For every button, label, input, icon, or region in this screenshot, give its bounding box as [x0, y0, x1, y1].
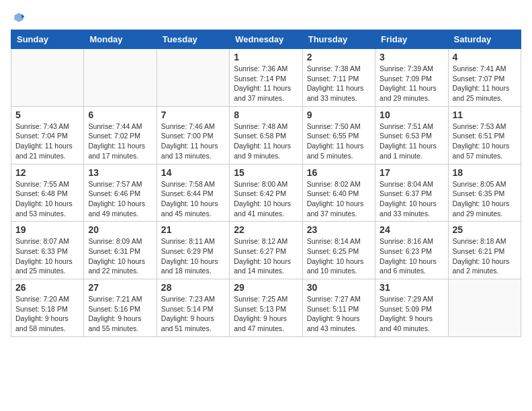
day-info: Sunrise: 7:39 AM Sunset: 7:09 PM Dayligh… — [380, 64, 443, 103]
day-number: 2 — [307, 52, 371, 62]
calendar-cell: 15Sunrise: 8:00 AM Sunset: 6:42 PM Dayli… — [230, 164, 302, 222]
day-number: 15 — [234, 167, 298, 178]
day-number: 1 — [234, 52, 298, 62]
calendar-header-monday: Monday — [84, 30, 157, 49]
calendar-cell: 3Sunrise: 7:39 AM Sunset: 7:09 PM Daylig… — [375, 49, 448, 107]
day-info: Sunrise: 7:23 AM Sunset: 5:14 PM Dayligh… — [161, 294, 225, 334]
day-number: 22 — [234, 224, 298, 235]
day-info: Sunrise: 7:43 AM Sunset: 7:04 PM Dayligh… — [15, 122, 79, 161]
day-info: Sunrise: 7:48 AM Sunset: 6:58 PM Dayligh… — [234, 122, 298, 161]
calendar-cell: 7Sunrise: 7:46 AM Sunset: 7:00 PM Daylig… — [157, 106, 229, 164]
day-info: Sunrise: 7:25 AM Sunset: 5:13 PM Dayligh… — [234, 294, 298, 334]
calendar-header-tuesday: Tuesday — [157, 30, 229, 49]
day-info: Sunrise: 7:38 AM Sunset: 7:11 PM Dayligh… — [307, 64, 371, 103]
calendar-cell: 27Sunrise: 7:21 AM Sunset: 5:16 PM Dayli… — [84, 279, 157, 337]
day-number: 13 — [88, 167, 152, 178]
calendar-cell: 17Sunrise: 8:04 AM Sunset: 6:37 PM Dayli… — [375, 164, 448, 222]
day-info: Sunrise: 8:18 AM Sunset: 6:21 PM Dayligh… — [453, 236, 517, 276]
day-number: 10 — [380, 109, 443, 120]
day-info: Sunrise: 7:44 AM Sunset: 7:02 PM Dayligh… — [88, 122, 152, 161]
day-info: Sunrise: 7:58 AM Sunset: 6:44 PM Dayligh… — [161, 179, 225, 219]
page-header — [11, 11, 521, 24]
calendar-cell: 5Sunrise: 7:43 AM Sunset: 7:04 PM Daylig… — [11, 106, 84, 164]
day-info: Sunrise: 7:29 AM Sunset: 5:09 PM Dayligh… — [380, 294, 443, 334]
calendar-cell: 14Sunrise: 7:58 AM Sunset: 6:44 PM Dayli… — [157, 164, 229, 222]
calendar-header-saturday: Saturday — [448, 30, 521, 49]
day-number: 9 — [307, 109, 371, 120]
calendar-week-row: 1Sunrise: 7:36 AM Sunset: 7:14 PM Daylig… — [11, 49, 521, 107]
day-info: Sunrise: 8:09 AM Sunset: 6:31 PM Dayligh… — [88, 236, 152, 276]
calendar-cell — [448, 279, 521, 337]
calendar-cell: 11Sunrise: 7:53 AM Sunset: 6:51 PM Dayli… — [448, 106, 521, 164]
calendar-cell: 12Sunrise: 7:55 AM Sunset: 6:48 PM Dayli… — [11, 164, 84, 222]
day-number: 31 — [380, 282, 443, 293]
calendar-header-friday: Friday — [375, 30, 448, 49]
calendar-cell: 19Sunrise: 8:07 AM Sunset: 6:33 PM Dayli… — [11, 222, 84, 279]
day-info: Sunrise: 7:50 AM Sunset: 6:55 PM Dayligh… — [307, 122, 371, 161]
day-info: Sunrise: 8:14 AM Sunset: 6:25 PM Dayligh… — [307, 236, 371, 276]
calendar-week-row: 26Sunrise: 7:20 AM Sunset: 5:18 PM Dayli… — [11, 279, 521, 337]
calendar-cell: 8Sunrise: 7:48 AM Sunset: 6:58 PM Daylig… — [230, 106, 302, 164]
day-info: Sunrise: 8:12 AM Sunset: 6:27 PM Dayligh… — [234, 236, 298, 276]
day-number: 6 — [88, 109, 152, 120]
calendar-cell: 21Sunrise: 8:11 AM Sunset: 6:29 PM Dayli… — [157, 222, 229, 279]
day-info: Sunrise: 7:27 AM Sunset: 5:11 PM Dayligh… — [307, 294, 371, 334]
calendar-cell: 9Sunrise: 7:50 AM Sunset: 6:55 PM Daylig… — [302, 106, 375, 164]
day-info: Sunrise: 8:05 AM Sunset: 6:35 PM Dayligh… — [453, 179, 517, 219]
calendar-header-row: SundayMondayTuesdayWednesdayThursdayFrid… — [11, 30, 521, 49]
calendar-cell: 30Sunrise: 7:27 AM Sunset: 5:11 PM Dayli… — [302, 279, 375, 337]
calendar-cell: 20Sunrise: 8:09 AM Sunset: 6:31 PM Dayli… — [84, 222, 157, 279]
day-number: 23 — [307, 224, 371, 235]
day-info: Sunrise: 7:21 AM Sunset: 5:16 PM Dayligh… — [88, 294, 152, 334]
calendar-cell: 26Sunrise: 7:20 AM Sunset: 5:18 PM Dayli… — [11, 279, 84, 337]
calendar-cell: 6Sunrise: 7:44 AM Sunset: 7:02 PM Daylig… — [84, 106, 157, 164]
day-number: 26 — [15, 282, 79, 293]
day-number: 8 — [234, 109, 298, 120]
calendar-cell: 13Sunrise: 7:57 AM Sunset: 6:46 PM Dayli… — [84, 164, 157, 222]
day-number: 29 — [234, 282, 298, 293]
day-number: 27 — [88, 282, 152, 293]
calendar-cell: 29Sunrise: 7:25 AM Sunset: 5:13 PM Dayli… — [230, 279, 302, 337]
day-number: 18 — [453, 167, 517, 178]
calendar-week-row: 12Sunrise: 7:55 AM Sunset: 6:48 PM Dayli… — [11, 164, 521, 222]
calendar-cell: 16Sunrise: 8:02 AM Sunset: 6:40 PM Dayli… — [302, 164, 375, 222]
logo — [11, 11, 26, 24]
day-number: 24 — [380, 224, 443, 235]
calendar-week-row: 19Sunrise: 8:07 AM Sunset: 6:33 PM Dayli… — [11, 222, 521, 279]
calendar-cell: 10Sunrise: 7:51 AM Sunset: 6:53 PM Dayli… — [375, 106, 448, 164]
calendar-cell — [11, 49, 84, 107]
logo-icon — [12, 11, 26, 24]
day-number: 14 — [161, 167, 225, 178]
day-info: Sunrise: 7:46 AM Sunset: 7:00 PM Dayligh… — [161, 122, 225, 161]
calendar-week-row: 5Sunrise: 7:43 AM Sunset: 7:04 PM Daylig… — [11, 106, 521, 164]
day-number: 3 — [380, 52, 443, 62]
day-number: 20 — [88, 224, 152, 235]
day-info: Sunrise: 8:16 AM Sunset: 6:23 PM Dayligh… — [380, 236, 443, 276]
day-number: 12 — [15, 167, 79, 178]
day-info: Sunrise: 7:41 AM Sunset: 7:07 PM Dayligh… — [453, 64, 517, 103]
day-info: Sunrise: 7:51 AM Sunset: 6:53 PM Dayligh… — [380, 122, 443, 161]
calendar-cell: 24Sunrise: 8:16 AM Sunset: 6:23 PM Dayli… — [375, 222, 448, 279]
day-number: 5 — [15, 109, 79, 120]
day-number: 7 — [161, 109, 225, 120]
calendar-cell: 2Sunrise: 7:38 AM Sunset: 7:11 PM Daylig… — [302, 49, 375, 107]
day-number: 25 — [453, 224, 517, 235]
calendar-cell: 1Sunrise: 7:36 AM Sunset: 7:14 PM Daylig… — [230, 49, 302, 107]
day-number: 16 — [307, 167, 371, 178]
day-number: 30 — [307, 282, 371, 293]
day-info: Sunrise: 8:00 AM Sunset: 6:42 PM Dayligh… — [234, 179, 298, 219]
day-number: 28 — [161, 282, 225, 293]
day-info: Sunrise: 7:53 AM Sunset: 6:51 PM Dayligh… — [453, 122, 517, 161]
day-info: Sunrise: 7:57 AM Sunset: 6:46 PM Dayligh… — [88, 179, 152, 219]
calendar-cell: 23Sunrise: 8:14 AM Sunset: 6:25 PM Dayli… — [302, 222, 375, 279]
calendar-header-sunday: Sunday — [11, 30, 84, 49]
day-number: 19 — [15, 224, 79, 235]
day-number: 17 — [380, 167, 443, 178]
calendar-cell — [157, 49, 229, 107]
day-info: Sunrise: 8:07 AM Sunset: 6:33 PM Dayligh… — [15, 236, 79, 276]
calendar-cell: 28Sunrise: 7:23 AM Sunset: 5:14 PM Dayli… — [157, 279, 229, 337]
calendar-cell: 22Sunrise: 8:12 AM Sunset: 6:27 PM Dayli… — [230, 222, 302, 279]
day-info: Sunrise: 8:02 AM Sunset: 6:40 PM Dayligh… — [307, 179, 371, 219]
day-info: Sunrise: 7:20 AM Sunset: 5:18 PM Dayligh… — [15, 294, 79, 334]
calendar-header-wednesday: Wednesday — [230, 30, 302, 49]
